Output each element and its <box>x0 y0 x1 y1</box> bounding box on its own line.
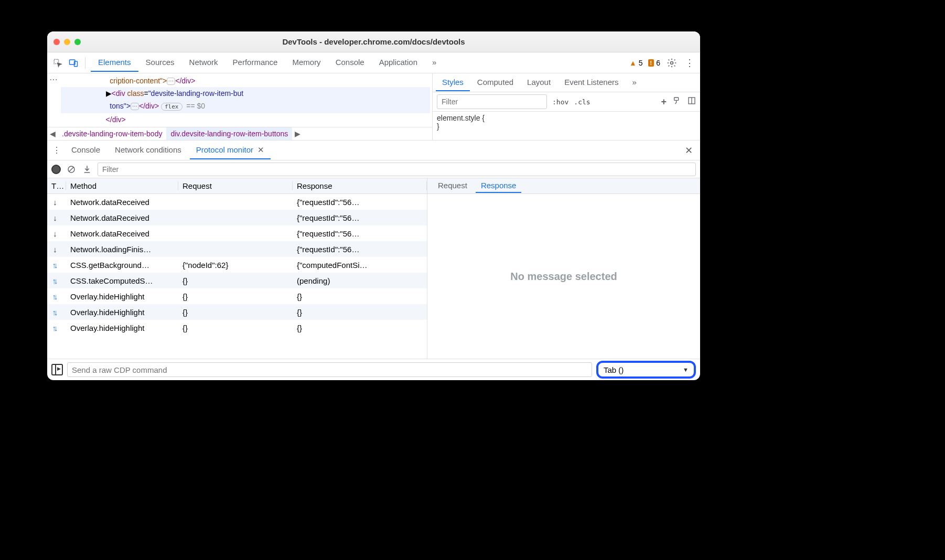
no-message-placeholder: No message selected <box>427 194 700 359</box>
style-rule-line: element.style { <box>437 114 696 122</box>
table-row[interactable]: ↓Network.loadingFinis…{"requestId":"56… <box>47 241 427 257</box>
drawer-more-icon[interactable]: ⋮ <box>50 145 63 155</box>
svg-rect-4 <box>674 98 679 100</box>
tab-network[interactable]: Network <box>182 53 225 72</box>
tabs-overflow-icon[interactable]: » <box>425 53 444 72</box>
protocol-filter-input[interactable] <box>98 163 696 176</box>
protocol-body: T… Method Request Response ↓Network.data… <box>47 178 700 359</box>
protocol-toolbar <box>47 160 700 178</box>
clear-icon[interactable] <box>66 164 77 175</box>
drawer-tab-protocol-monitor[interactable]: Protocol monitor ✕ <box>190 142 271 159</box>
table-row[interactable]: ↓Network.dataReceived{"requestId":"56… <box>47 225 427 241</box>
styles-tabs: Styles Computed Layout Event Listeners » <box>433 73 700 92</box>
styles-filter-input[interactable] <box>437 94 547 109</box>
warning-icon: ▲ <box>629 59 637 67</box>
tab-styles[interactable]: Styles <box>436 74 470 91</box>
command-bar: Tab () <box>47 359 700 380</box>
expand-icon[interactable]: ⋯ <box>131 103 139 110</box>
table-row[interactable]: ↑↓CSS.takeComputedS…{}(pending) <box>47 273 427 288</box>
tab-event-listeners[interactable]: Event Listeners <box>558 74 625 91</box>
cls-toggle[interactable]: .cls <box>574 98 590 106</box>
warnings-count: 5 <box>639 59 643 67</box>
expand-icon[interactable]: ⋯ <box>167 78 175 85</box>
breadcrumb-prev-icon[interactable]: ◀ <box>47 130 58 138</box>
breadcrumb-next-icon[interactable]: ▶ <box>292 130 303 138</box>
brush-icon[interactable] <box>673 96 681 107</box>
new-style-rule-icon[interactable]: + <box>661 96 667 107</box>
devtools-window: DevTools - developer.chrome.com/docs/dev… <box>47 31 700 380</box>
table-row[interactable]: ↑↓Overlay.hideHighlight{}{} <box>47 304 427 320</box>
inspect-icon[interactable] <box>51 57 64 69</box>
record-icon[interactable] <box>51 165 61 174</box>
tab-performance[interactable]: Performance <box>225 53 285 72</box>
cell-response: {"requestId":"56… <box>293 245 427 254</box>
cell-response: (pending) <box>293 276 427 285</box>
warnings-badge[interactable]: ▲ 5 <box>629 59 643 67</box>
svg-point-3 <box>671 61 673 64</box>
styles-body[interactable]: element.style { } <box>433 112 700 133</box>
cell-method: CSS.takeComputedS… <box>66 276 178 285</box>
arrow-down-icon: ↓ <box>51 229 59 238</box>
protocol-detail-tabs: Request Response <box>427 178 700 194</box>
cell-response: {} <box>293 324 427 332</box>
save-icon[interactable] <box>82 164 92 175</box>
target-selector[interactable]: Tab () <box>596 361 696 379</box>
settings-icon[interactable] <box>665 57 678 69</box>
table-row[interactable]: ↑↓Overlay.hideHighlight{}{} <box>47 320 427 336</box>
more-icon[interactable]: ⋮ <box>683 57 696 69</box>
tab-layout[interactable]: Layout <box>521 74 557 91</box>
tab-memory[interactable]: Memory <box>285 53 328 72</box>
window-title: DevTools - developer.chrome.com/docs/dev… <box>47 37 700 46</box>
cdp-command-input[interactable] <box>67 362 592 377</box>
col-method[interactable]: Method <box>66 181 178 190</box>
styles-overflow-icon[interactable]: » <box>626 74 643 91</box>
cell-request: {} <box>178 276 293 285</box>
col-request[interactable]: Request <box>178 181 293 190</box>
col-response[interactable]: Response <box>293 181 427 190</box>
cell-request: {} <box>178 308 293 317</box>
tab-sources[interactable]: Sources <box>138 53 182 72</box>
divider <box>85 57 85 69</box>
cell-method: Overlay.hideHighlight <box>66 292 178 301</box>
hov-toggle[interactable]: :hov <box>552 98 568 106</box>
left-panel-toggle-icon[interactable] <box>51 364 63 375</box>
drawer-tabs: ⋮ Console Network conditions Protocol mo… <box>47 141 700 160</box>
dom-tree[interactable]: cription-content">⋯</div> ▶<div class="d… <box>60 73 432 127</box>
drawer-tab-network-conditions[interactable]: Network conditions <box>109 142 188 159</box>
drawer-tab-console[interactable]: Console <box>65 142 106 159</box>
collapsed-ancestors-icon[interactable]: ⋯ <box>47 73 60 127</box>
arrow-updown-icon: ↑↓ <box>51 324 59 332</box>
close-tab-icon[interactable]: ✕ <box>257 145 264 155</box>
breadcrumb-item-active[interactable]: div.devsite-landing-row-item-buttons <box>166 127 292 140</box>
device-toggle-icon[interactable] <box>67 57 80 69</box>
minimize-window-icon[interactable] <box>64 39 70 45</box>
table-row[interactable]: ↑↓CSS.getBackground…{"nodeId":62}{"compu… <box>47 257 427 273</box>
styles-pane: Styles Computed Layout Event Listeners »… <box>433 73 700 140</box>
issues-badge[interactable]: ! 6 <box>648 59 660 67</box>
protocol-rows[interactable]: ↓Network.dataReceived{"requestId":"56…↓N… <box>47 194 427 359</box>
maximize-window-icon[interactable] <box>74 39 81 45</box>
svg-line-8 <box>69 167 74 171</box>
elements-pane: ⋯ cription-content">⋯</div> ▶<div class=… <box>47 73 433 140</box>
cell-response: {"requestId":"56… <box>293 198 427 207</box>
cell-method: Overlay.hideHighlight <box>66 324 178 332</box>
cell-method: Network.dataReceived <box>66 198 178 207</box>
col-type[interactable]: T… <box>47 181 66 190</box>
tab-elements[interactable]: Elements <box>91 53 138 72</box>
tab-console[interactable]: Console <box>328 53 372 72</box>
flex-badge[interactable]: flex <box>161 103 182 111</box>
breadcrumb-item[interactable]: .devsite-landing-row-item-body <box>58 127 166 140</box>
close-drawer-icon[interactable]: ✕ <box>681 145 697 156</box>
cell-method: CSS.getBackground… <box>66 261 178 270</box>
main-toolbar: Elements Sources Network Performance Mem… <box>47 52 700 73</box>
window-controls <box>53 39 81 45</box>
tab-application[interactable]: Application <box>372 53 425 72</box>
table-row[interactable]: ↓Network.dataReceived{"requestId":"56… <box>47 194 427 210</box>
detail-tab-request[interactable]: Request <box>433 179 472 193</box>
tab-computed[interactable]: Computed <box>471 74 520 91</box>
table-row[interactable]: ↑↓Overlay.hideHighlight{}{} <box>47 288 427 304</box>
computed-panel-icon[interactable] <box>688 96 696 107</box>
close-window-icon[interactable] <box>53 39 60 45</box>
detail-tab-response[interactable]: Response <box>476 179 522 193</box>
table-row[interactable]: ↓Network.dataReceived{"requestId":"56… <box>47 210 427 225</box>
